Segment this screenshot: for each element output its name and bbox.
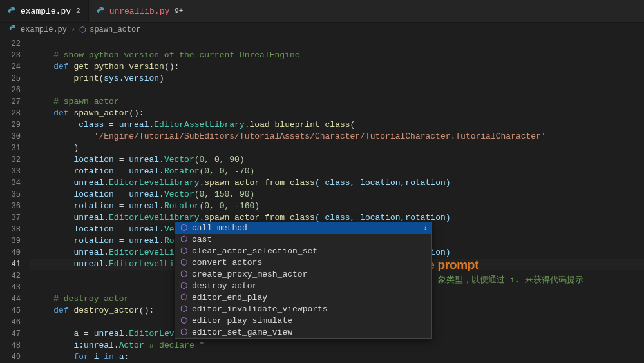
suggest-label: clear_actor_selection_set bbox=[192, 246, 317, 257]
suggest-label: editor_end_play bbox=[192, 292, 267, 304]
comment: # destroy actor bbox=[53, 294, 129, 304]
python-file-icon bbox=[97, 6, 106, 15]
suggest-label: destroy_actor bbox=[192, 280, 257, 292]
suggest-item[interactable]: ⬡convert_actors bbox=[175, 257, 431, 269]
suggest-item[interactable]: ⬡destroy_actor bbox=[175, 280, 431, 292]
suggest-label: convert_actors bbox=[192, 257, 262, 269]
method-icon: ⬡ bbox=[179, 317, 188, 326]
method-icon: ⬡ bbox=[179, 235, 188, 244]
autocomplete-popup[interactable]: ⬡call_method›⬡cast⬡clear_actor_selection… bbox=[175, 222, 432, 339]
suggest-item[interactable]: ⬡editor_invalidate_viewports bbox=[175, 304, 431, 315]
method-icon: ⬡ bbox=[179, 328, 188, 337]
method-icon: ⬡ bbox=[179, 247, 188, 256]
tab-unreallib[interactable]: unreallib.py 9+ bbox=[89, 0, 192, 22]
method-icon: ⬡ bbox=[179, 282, 188, 291]
breadcrumb-sep: › bbox=[71, 25, 75, 34]
tab-example[interactable]: example.py 2 bbox=[0, 0, 89, 22]
suggest-item[interactable]: ⬡clear_actor_selection_set bbox=[175, 246, 431, 257]
tab-label: unreallib.py bbox=[109, 6, 170, 16]
chevron-right-icon: › bbox=[423, 222, 428, 234]
breadcrumb-file: example.py bbox=[21, 25, 67, 34]
suggest-label: editor_play_simulate bbox=[192, 315, 292, 327]
suggest-item[interactable]: ⬡call_method› bbox=[175, 222, 431, 234]
method-icon: ⬡ bbox=[179, 305, 188, 314]
python-file-icon bbox=[9, 25, 17, 35]
suggest-label: call_method bbox=[192, 222, 247, 234]
chinese-comment-fragment: 象类型，以便通过 i. 来获得代码提示 bbox=[438, 274, 583, 286]
suggest-item[interactable]: ⬡editor_play_simulate bbox=[175, 315, 431, 327]
tab-label: example.py bbox=[21, 6, 71, 16]
comment: # spawn actor bbox=[53, 97, 118, 106]
suggest-label: editor_set_game_view bbox=[192, 327, 292, 338]
suggest-item[interactable]: ⬡cast bbox=[175, 234, 431, 246]
tab-bar: example.py 2 unreallib.py 9+ bbox=[0, 0, 644, 23]
method-icon: ⬡ bbox=[179, 224, 188, 233]
suggest-item[interactable]: ⬡editor_set_game_view bbox=[175, 327, 431, 338]
breadcrumb-symbol: spawn_actor bbox=[90, 25, 140, 34]
tab-dirty-count: 9+ bbox=[175, 7, 183, 15]
method-icon: ⬡ bbox=[179, 293, 188, 302]
suggest-label: create_proxy_mesh_actor bbox=[192, 269, 307, 280]
python-file-icon bbox=[8, 6, 17, 15]
tab-dirty-count: 2 bbox=[76, 7, 80, 15]
suggest-item[interactable]: ⬡create_proxy_mesh_actor bbox=[175, 269, 431, 280]
line-gutter: 2223242526272829303132333435363738394041… bbox=[0, 37, 30, 363]
comment: # show python version of the current Unr… bbox=[53, 50, 299, 60]
symbol-icon: ⬡ bbox=[79, 25, 86, 35]
suggest-label: cast bbox=[192, 234, 212, 246]
breadcrumb[interactable]: example.py › ⬡ spawn_actor bbox=[0, 23, 644, 37]
suggest-item[interactable]: ⬡editor_end_play bbox=[175, 292, 431, 304]
method-icon: ⬡ bbox=[179, 270, 188, 279]
method-icon: ⬡ bbox=[179, 259, 188, 268]
suggest-label: editor_invalidate_viewports bbox=[192, 304, 328, 315]
